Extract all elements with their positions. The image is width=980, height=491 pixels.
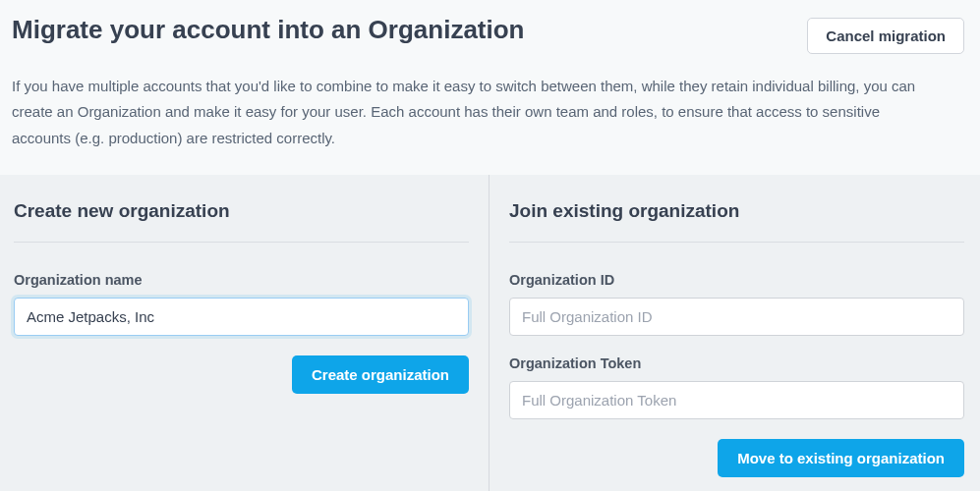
- page-title: Migrate your account into an Organizatio…: [12, 14, 525, 47]
- header-row: Migrate your account into an Organizatio…: [12, 14, 964, 54]
- org-id-field-group: Organization ID: [509, 272, 964, 336]
- org-id-label: Organization ID: [509, 272, 964, 288]
- org-token-label: Organization Token: [509, 355, 964, 371]
- org-id-input[interactable]: [509, 298, 964, 336]
- join-section-title: Join existing organization: [509, 200, 964, 222]
- org-token-input[interactable]: [509, 381, 964, 419]
- org-name-input[interactable]: [14, 298, 469, 336]
- create-organization-panel: Create new organization Organization nam…: [0, 175, 490, 491]
- intro-text: If you have multiple accounts that you'd…: [12, 74, 916, 151]
- create-organization-button[interactable]: Create organization: [292, 355, 469, 394]
- create-section-title: Create new organization: [14, 200, 469, 222]
- divider: [14, 242, 469, 243]
- join-organization-panel: Join existing organization Organization …: [490, 175, 980, 491]
- divider: [509, 242, 964, 243]
- org-name-label: Organization name: [14, 272, 469, 288]
- columns-container: Create new organization Organization nam…: [0, 175, 980, 491]
- org-token-field-group: Organization Token: [509, 355, 964, 419]
- move-to-existing-organization-button[interactable]: Move to existing organization: [718, 439, 964, 477]
- org-name-field-group: Organization name: [14, 272, 469, 336]
- header-section: Migrate your account into an Organizatio…: [0, 0, 980, 175]
- cancel-migration-button[interactable]: Cancel migration: [807, 18, 964, 54]
- create-button-row: Create organization: [14, 355, 469, 394]
- join-button-row: Move to existing organization: [509, 439, 964, 477]
